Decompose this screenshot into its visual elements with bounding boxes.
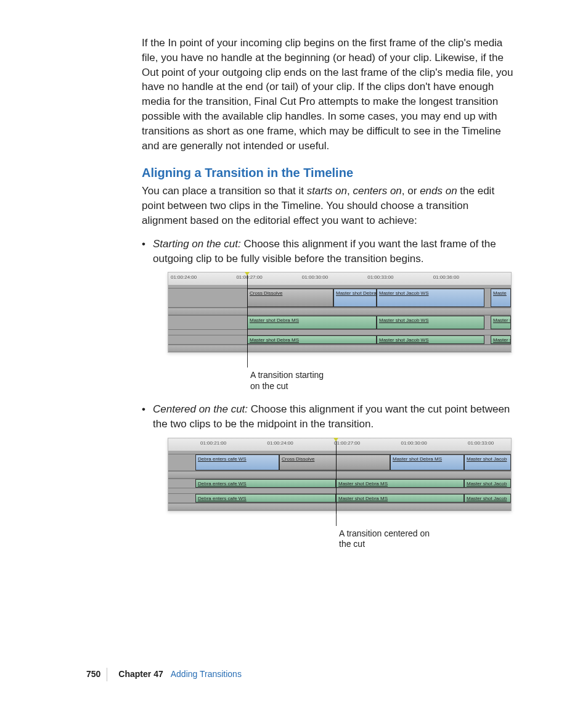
page-number: 750 bbox=[86, 668, 100, 681]
audio-clip: Master shot Jacob bbox=[464, 494, 511, 503]
video-clip: Master shot Debra MS bbox=[390, 454, 464, 470]
audio-clip: Debra enters cafe WS bbox=[195, 479, 336, 488]
page-content: If the In point of your incoming clip be… bbox=[142, 36, 514, 546]
audio-clip: Master shot Debra MS bbox=[336, 494, 464, 503]
ruler: 01:00:24:00 01:00:27:00 01:00:30:00 01:0… bbox=[168, 273, 511, 285]
intro-para: If the In point of your incoming clip be… bbox=[142, 36, 514, 153]
page-footer: 750 Chapter 47 Adding Transitions bbox=[86, 668, 242, 681]
audio-clip: Master shot Jacob bbox=[464, 479, 511, 488]
timeline-screenshot-centered: 01:00:21:00 01:00:24:00 01:00:27:00 01:0… bbox=[168, 438, 512, 511]
para-align: You can place a transition so that it st… bbox=[142, 184, 514, 228]
playhead bbox=[247, 273, 248, 353]
bullet-centered: • Centered on the cut: Choose this align… bbox=[142, 402, 514, 546]
audio-track-2: Master shot Debra MS Master shot Jacob W… bbox=[168, 335, 511, 345]
transition-clip: Cross Dissolve bbox=[247, 289, 333, 307]
audio-clip: Master s bbox=[491, 335, 511, 344]
video-clip: Debra enters cafe WS bbox=[195, 454, 279, 470]
bullet-list: • Starting on the cut: Choose this align… bbox=[142, 237, 514, 546]
video-clip: Master shot Jacob WS bbox=[377, 289, 484, 307]
chapter-title: Adding Transitions bbox=[171, 668, 242, 681]
audio-clip: Master shot Debra MS bbox=[336, 479, 464, 488]
audio-clip: Debra enters cafe WS bbox=[195, 494, 336, 503]
video-track: Cross Dissolve Master shot Debra MS Mast… bbox=[168, 288, 511, 308]
audio-clip: Master shot Jacob WS bbox=[377, 335, 484, 344]
section-heading: Aligning a Transition in the Timeline bbox=[142, 164, 514, 181]
video-clip: Master shot Debra MS bbox=[333, 289, 377, 307]
caption-starting: A transition starting on the cut bbox=[250, 367, 330, 392]
ruler: 01:00:21:00 01:00:24:00 01:00:27:00 01:0… bbox=[168, 438, 511, 451]
video-clip: Master shot Jacob bbox=[464, 454, 511, 470]
audio-track: Master shot Debra MS Master shot Jacob W… bbox=[168, 315, 511, 330]
playhead bbox=[336, 438, 337, 514]
chapter-label: Chapter 47 bbox=[118, 668, 163, 681]
timeline-screenshot-starting: 01:00:24:00 01:00:27:00 01:00:30:00 01:0… bbox=[168, 272, 512, 353]
audio-clip: Master s bbox=[491, 316, 511, 329]
transition-clip: Cross Dissolve bbox=[279, 454, 390, 470]
audio-clip: Master shot Debra MS bbox=[247, 316, 377, 329]
video-track: Debra enters cafe WS Cross Dissolve Mast… bbox=[168, 454, 511, 471]
footer-divider bbox=[107, 668, 107, 681]
caption-centered: A transition centered on the cut bbox=[339, 526, 431, 550]
audio-track: Debra enters cafe WS Master shot Debra M… bbox=[168, 478, 511, 488]
audio-track-2: Debra enters cafe WS Master shot Debra M… bbox=[168, 493, 511, 503]
audio-clip: Master shot Jacob WS bbox=[377, 316, 484, 329]
bullet-starting: • Starting on the cut: Choose this align… bbox=[142, 237, 514, 388]
callout-line bbox=[247, 350, 248, 367]
audio-clip: Master shot Debra MS bbox=[247, 335, 377, 344]
video-clip: Maste bbox=[491, 289, 511, 307]
